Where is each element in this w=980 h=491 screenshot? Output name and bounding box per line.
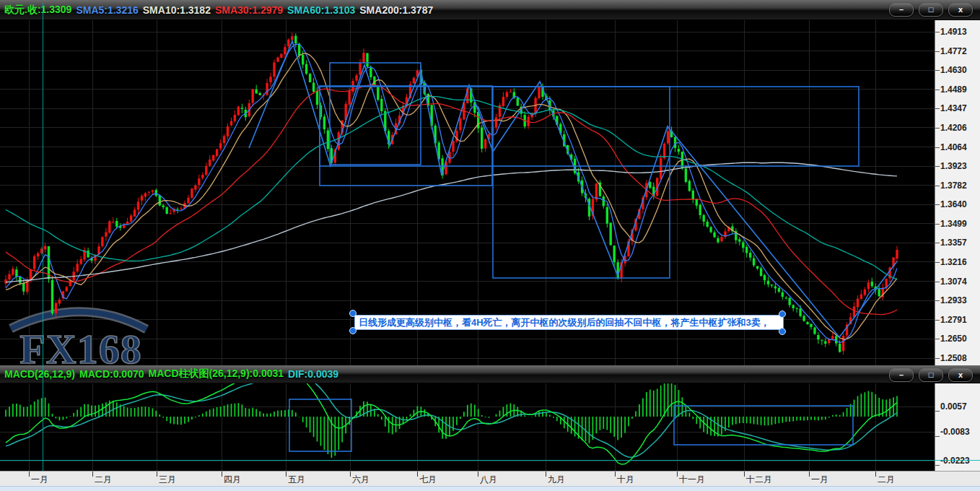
price-tick-label: 1.4347 (940, 103, 967, 113)
macd-tick-mark (935, 465, 940, 466)
price-tick-label: 1.3216 (940, 257, 967, 267)
price-tick-mark (935, 204, 940, 205)
month-tick-mark (92, 472, 93, 477)
price-tick-mark (935, 32, 940, 32)
price-tick-label: 1.4064 (940, 142, 967, 152)
chan-zigzag-line (249, 41, 897, 337)
macd-tick-mark (935, 411, 940, 412)
macd-dif-line (6, 373, 897, 464)
price-tick-mark (935, 90, 940, 90)
sma5-indicator: SMA5:1.3216 (76, 4, 138, 16)
maximize-button[interactable]: □ (919, 3, 943, 17)
price-tick-mark (935, 339, 940, 339)
macd-tick-mark (935, 436, 940, 437)
crosshair-vertical-line (43, 3, 43, 471)
pivot-zone-box (330, 63, 421, 165)
price-tick-label: 1.2508 (940, 353, 967, 363)
annotation-selection-handle[interactable] (349, 327, 356, 334)
sma10-indicator: SMA10:1.3182 (143, 4, 211, 16)
month-tick-mark (546, 472, 546, 477)
price-and-macd-chart[interactable]: FX168 (0, 0, 980, 491)
price-tick-label: 1.2933 (940, 295, 967, 305)
month-label: 十二月 (746, 474, 772, 486)
macd-maximize-button[interactable]: □ (919, 368, 943, 382)
pivot-zone-box (493, 87, 670, 278)
price-tick-mark (935, 186, 940, 186)
month-tick-mark (417, 472, 418, 477)
annotation-text-box[interactable]: 日线形成更高级别中枢，看4H死亡，离开中枢的次级别后的回抽不回中枢，将产生中枢扩… (354, 315, 784, 330)
macd-params-indicator: MACD(26,12,9) (4, 368, 75, 380)
price-axis: 1.4913 1.4772 1.4630 1.4489 1.4347 1.420… (935, 20, 980, 365)
price-tick-label: 1.4913 (940, 27, 967, 37)
price-tick-label: 1.3923 (940, 161, 967, 171)
price-tick-label: 1.4489 (940, 84, 967, 95)
sma60-line (6, 97, 897, 279)
month-label: 三月 (159, 474, 176, 486)
annotation-selection-handle[interactable] (779, 310, 786, 318)
window-bottom-edge (0, 486, 980, 491)
price-tick-mark (935, 128, 940, 129)
price-tick-label: 1.3782 (940, 181, 967, 191)
annotation-selection-handle[interactable] (779, 328, 786, 335)
macd-dea-line (6, 375, 897, 458)
price-tick-label: 1.3074 (940, 277, 967, 287)
month-label: 六月 (352, 474, 369, 486)
month-tick-mark (875, 472, 876, 477)
price-tick-mark (935, 51, 940, 52)
month-label: 一月 (31, 474, 48, 486)
price-tick-mark (935, 282, 940, 282)
price-tick-label: 1.3499 (940, 219, 967, 229)
pivot-zone-box (320, 86, 492, 186)
price-tick-mark (935, 358, 940, 359)
main-window-controls: – □ x (889, 3, 973, 17)
sma200-line (6, 162, 897, 282)
price-tick-mark (935, 70, 940, 71)
macd-value-indicator: MACD:0.0070 (79, 368, 144, 380)
macd-close-button[interactable]: x (948, 368, 973, 382)
month-tick-mark (286, 472, 286, 477)
month-label: 二月 (95, 474, 112, 486)
month-label: 九月 (548, 474, 565, 486)
close-button[interactable]: x (948, 3, 973, 17)
sma5-line (6, 44, 897, 343)
time-axis: 一月 二月 三月 四月 五月 六月 七月 八月 九月 十月 十一月 十二月 一月… (0, 471, 980, 487)
symbol-close-indicator: 欧元.收:1.3309 (4, 4, 71, 17)
price-tick-mark (935, 320, 940, 321)
sma60-indicator: SMA60:1.3103 (287, 4, 355, 16)
price-tick-label: 1.4206 (940, 123, 967, 133)
month-tick-mark (29, 472, 30, 477)
price-tick-mark (935, 224, 940, 225)
crosshair-horizontal-line (0, 460, 980, 461)
month-label: 二月 (878, 474, 895, 486)
month-tick-mark (744, 472, 745, 477)
price-tick-mark (935, 300, 940, 301)
price-tick-label: 1.3640 (940, 199, 967, 209)
price-tick-label: 1.4630 (940, 65, 967, 75)
price-tick-mark (935, 243, 940, 243)
trading-app-window: 欧元.收:1.3309 SMA5:1.3216 SMA10:1.3182 SMA… (0, 0, 980, 491)
main-chart-titlebar: 欧元.收:1.3309 SMA5:1.3216 SMA10:1.3182 SMA… (0, 0, 980, 20)
month-tick-mark (809, 472, 810, 477)
price-tick-label: 1.2791 (940, 315, 967, 325)
month-tick-mark (157, 472, 157, 477)
month-label: 十一月 (679, 474, 705, 486)
annotation-selection-handle[interactable] (349, 310, 356, 317)
month-label: 十月 (617, 474, 634, 486)
macd-histogram (6, 379, 897, 458)
month-tick-mark (350, 472, 351, 477)
month-tick-mark (478, 472, 478, 477)
macd-panel-titlebar: MACD(26,12,9) MACD:0.0070 MACD柱状图(26,12,… (0, 365, 980, 383)
macd-minimize-button[interactable]: – (889, 368, 914, 382)
month-label: 八月 (480, 474, 497, 486)
sma10-line (6, 53, 897, 339)
month-tick-mark (677, 472, 678, 477)
month-label: 四月 (224, 474, 241, 486)
price-tick-mark (935, 108, 940, 109)
dif-value-indicator: DIF:0.0039 (288, 368, 338, 380)
macd-axis: 0.0057 -0.0083 -0.0223 (935, 383, 980, 471)
minimize-button[interactable]: – (889, 3, 914, 17)
macd-window-controls: – □ x (889, 368, 973, 382)
macd-hist-indicator: MACD柱状图(26,12,9):0.0031 (149, 368, 284, 381)
price-tick-label: 1.2650 (940, 334, 967, 344)
price-tick-mark (935, 147, 940, 148)
